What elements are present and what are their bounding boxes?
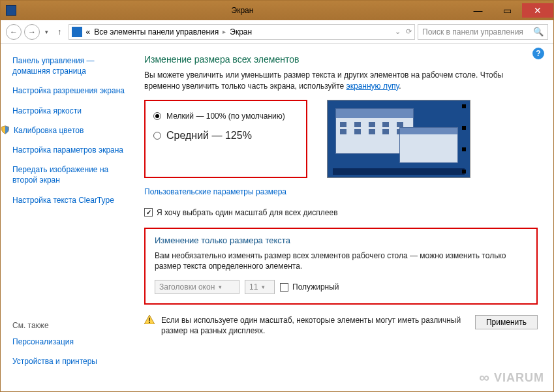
breadcrumb-prefix: « xyxy=(86,27,91,37)
page-description: Вы можете увеличить или уменьшить размер… xyxy=(144,70,538,92)
svg-text:!: ! xyxy=(148,317,150,324)
apply-button[interactable]: Применить xyxy=(475,315,538,329)
sidebar-item-project[interactable]: Передать изображение на второй экран xyxy=(12,164,130,185)
window-title: Экран xyxy=(22,6,463,15)
sidebar-item-params[interactable]: Настройка параметров экрана xyxy=(12,145,130,155)
navbar: ← → ▾ ↑ « Все элементы панели управления… xyxy=(1,20,553,44)
sidebar-footer-personalization[interactable]: Персонализация xyxy=(12,337,130,347)
shield-icon xyxy=(1,125,10,134)
section-title: Изменение только размера текста xyxy=(155,235,527,245)
watermark: ∞ VIARUM xyxy=(479,369,544,386)
minimize-button[interactable]: — xyxy=(463,3,493,18)
radio-medium[interactable]: Средний — 125% xyxy=(153,130,298,142)
section-description: Вам необязательно изменять размер всех э… xyxy=(155,250,527,273)
radio-medium-label: Средний — 125% xyxy=(166,130,252,142)
breadcrumb-separator: ▸ xyxy=(223,28,226,35)
text-target-combo[interactable]: Заголовки окон▾ xyxy=(155,280,239,294)
radio-icon xyxy=(153,132,161,140)
titlebar: Экран — ▭ ✕ xyxy=(1,1,553,20)
sidebar-item-home[interactable]: Панель управления — домашняя страница xyxy=(12,55,130,76)
preview-image xyxy=(327,100,470,178)
breadcrumb-item[interactable]: Экран xyxy=(230,27,252,37)
history-dropdown[interactable]: ▾ xyxy=(45,29,48,35)
chevron-down-icon: ▾ xyxy=(262,284,265,290)
sidebar-footer-devices[interactable]: Устройства и принтеры xyxy=(12,356,130,367)
page-title: Изменение размера всех элементов xyxy=(144,54,538,65)
address-bar[interactable]: « Все элементы панели управления ▸ Экран… xyxy=(69,24,416,40)
magnifier-link[interactable]: экранную лупу xyxy=(346,82,399,91)
checkbox-icon xyxy=(280,283,288,292)
radio-small[interactable]: Мелкий — 100% (по умолчанию) xyxy=(153,112,298,121)
radio-icon xyxy=(153,112,161,120)
single-scale-label: Я хочу выбрать один масштаб для всех дис… xyxy=(157,208,338,217)
forward-button[interactable]: → xyxy=(24,24,40,40)
sidebar-footer-header: См. также xyxy=(12,321,130,330)
app-icon xyxy=(6,5,16,16)
warning-icon: ! xyxy=(144,315,155,324)
refresh-icon[interactable]: ⟳ xyxy=(406,27,412,36)
up-button[interactable]: ↑ xyxy=(57,27,62,37)
warning-text: Если вы используете один масштаб, некото… xyxy=(161,315,469,336)
sidebar: Панель управления — домашняя страница На… xyxy=(1,44,138,391)
text-size-combo[interactable]: 11▾ xyxy=(245,280,275,294)
breadcrumb-item[interactable]: Все элементы панели управления xyxy=(94,27,219,37)
sidebar-item-resolution[interactable]: Настройка разрешения экрана xyxy=(12,85,130,96)
chevron-down-icon[interactable]: ⌄ xyxy=(395,27,401,36)
sidebar-item-brightness[interactable]: Настройка яркости xyxy=(12,106,130,116)
back-button[interactable]: ← xyxy=(6,24,22,40)
addressbar-icon xyxy=(72,27,82,37)
single-scale-checkbox[interactable]: Я хочу выбрать один масштаб для всех дис… xyxy=(144,208,538,217)
scaling-options-highlight: Мелкий — 100% (по умолчанию) Средний — 1… xyxy=(144,100,307,178)
radio-small-label: Мелкий — 100% (по умолчанию) xyxy=(166,112,285,121)
main-content: ? Изменение размера всех элементов Вы мо… xyxy=(138,44,553,391)
search-input[interactable]: Поиск в панели управления 🔍 xyxy=(418,24,548,40)
bold-checkbox[interactable]: Полужирный xyxy=(280,282,339,292)
custom-size-link[interactable]: Пользовательские параметры размера xyxy=(144,187,286,196)
chevron-down-icon: ▾ xyxy=(219,284,222,290)
checkbox-icon xyxy=(144,208,153,217)
maximize-button[interactable]: ▭ xyxy=(493,3,522,18)
sidebar-item-cleartype[interactable]: Настройка текста ClearType xyxy=(12,195,130,205)
search-icon[interactable]: 🔍 xyxy=(533,27,544,37)
infinity-icon: ∞ xyxy=(479,369,490,386)
close-button[interactable]: ✕ xyxy=(522,3,553,18)
sidebar-item-calibration[interactable]: Калибровка цветов xyxy=(14,125,84,136)
search-placeholder: Поиск в панели управления xyxy=(422,27,523,37)
text-size-highlight: Изменение только размера текста Вам необ… xyxy=(144,228,538,305)
help-icon[interactable]: ? xyxy=(532,48,544,59)
bold-label: Полужирный xyxy=(292,282,339,292)
